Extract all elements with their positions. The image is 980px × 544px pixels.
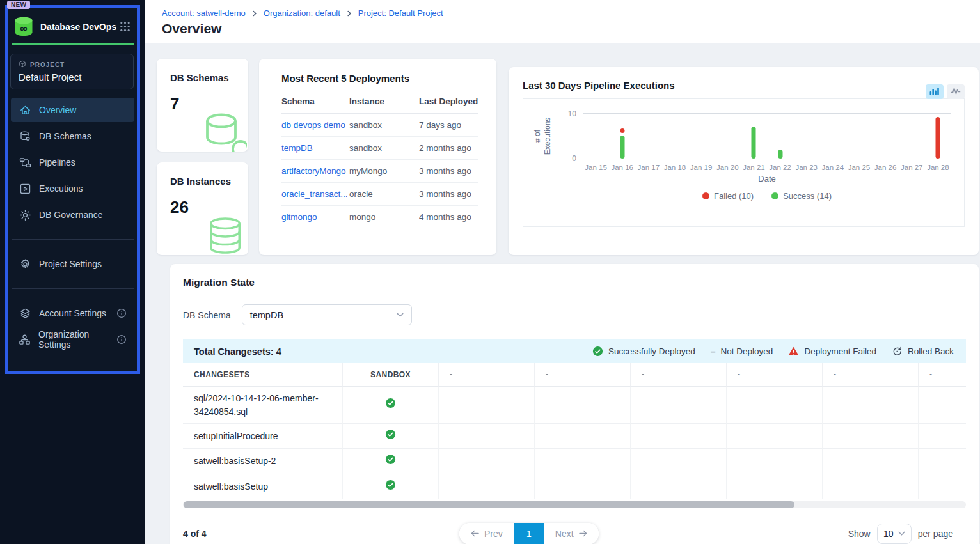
y-tick: 0 <box>572 154 576 163</box>
x-tick-label: Jan 21 <box>741 164 767 171</box>
green-divider <box>12 43 134 45</box>
warning-triangle-icon <box>788 346 799 356</box>
column-header: Last Deployed <box>419 97 478 114</box>
success-check-icon <box>385 429 396 443</box>
bar-chart-toggle[interactable] <box>926 84 944 99</box>
info-icon[interactable] <box>116 334 127 345</box>
db-schemas-icon <box>19 130 31 143</box>
prev-page-button[interactable]: Prev <box>459 523 514 544</box>
scrollbar-thumb[interactable] <box>184 501 794 508</box>
chevron-down-icon <box>898 531 905 536</box>
last-deployed-cell: 7 days ago <box>419 114 478 137</box>
db-schema-select[interactable]: tempDB <box>242 304 412 325</box>
sidebar-item-project-settings[interactable]: Project Settings <box>11 252 134 276</box>
sidebar-item-organization-settings[interactable]: Organization Settings <box>11 327 134 352</box>
content: DB Schemas 7 DB Instances 26 Most Recent… <box>145 43 980 544</box>
recent-deployments-card: Most Recent 5 Deployments Schema Instanc… <box>259 59 496 255</box>
next-page-button[interactable]: Next <box>544 523 599 544</box>
deployments-title: Most Recent 5 Deployments <box>281 73 478 84</box>
sidebar-item-pipelines[interactable]: Pipelines <box>11 150 134 175</box>
page-size-select[interactable]: 10 <box>877 524 912 544</box>
status-legend-label: Deployment Failed <box>804 346 876 356</box>
success-bar <box>752 127 756 159</box>
pagination-row: 4 of 4 Prev 1 Next Show 10 <box>183 522 966 544</box>
stat-title: DB Schemas <box>170 72 239 83</box>
main-area: Account: satwell-demoOrganization: defau… <box>145 0 980 544</box>
info-icon[interactable] <box>116 308 127 318</box>
governance-icon <box>19 208 31 221</box>
changeset-cell: setupInitialProcedure <box>183 424 343 449</box>
status-legend: Successfully Deployed–Not DeployedDeploy… <box>592 346 955 357</box>
database-stack-illustration-icon <box>203 217 247 255</box>
sidebar-item-db-schemas[interactable]: DB Schemas <box>11 124 134 148</box>
status-legend-item: Successfully Deployed <box>592 346 695 357</box>
breadcrumb-chevron-icon <box>251 10 258 17</box>
success-check-icon <box>385 479 396 493</box>
empty-status-cell <box>727 474 823 499</box>
home-icon <box>19 104 31 116</box>
app-grid-icon[interactable] <box>120 21 130 32</box>
column-header: - <box>727 363 823 387</box>
last-deployed-cell: 4 months ago <box>419 206 478 229</box>
column-header: - <box>823 363 919 387</box>
nav-divider <box>12 239 134 240</box>
sidebar-header: ∞ Database DevOps <box>8 8 137 41</box>
page-size-value: 10 <box>883 529 894 539</box>
pager: Prev 1 Next <box>459 523 599 544</box>
line-chart-toggle[interactable] <box>947 84 965 99</box>
sidebar-nav-main: OverviewDB SchemasPipelinesExecutionsDB … <box>8 98 137 227</box>
x-tick-label: Jan 23 <box>793 164 819 171</box>
last-deployed-cell: 2 months ago <box>419 137 478 160</box>
breadcrumb-link[interactable]: Organization: default <box>264 8 340 18</box>
empty-status-cell <box>535 474 631 499</box>
sidebar-item-db-governance[interactable]: DB Governance <box>11 203 134 227</box>
sidebar-item-overview[interactable]: Overview <box>11 98 134 122</box>
deployment-row: oracle_transact...oracle3 months ago <box>281 183 478 206</box>
database-illustration-icon <box>201 112 247 152</box>
stat-value: 26 <box>170 198 239 217</box>
instance-cell: myMongo <box>349 160 419 183</box>
sidebar-item-label: DB Governance <box>39 210 103 220</box>
schema-link[interactable]: tempDB <box>281 143 313 153</box>
schema-link[interactable]: artifactoryMongo <box>281 166 346 176</box>
y-tick: 10 <box>568 109 576 118</box>
sidebar-item-account-settings[interactable]: Account Settings <box>11 301 134 325</box>
legend-item-success: Success (14) <box>771 191 832 201</box>
project-name: Default Project <box>19 72 127 82</box>
column-header: Instance <box>349 97 419 114</box>
db-schema-value: tempDB <box>250 310 283 320</box>
changesets-table: CHANGESETSSANDBOX-------sql/2024-10-14-1… <box>183 363 966 499</box>
empty-status-cell <box>535 449 631 474</box>
schema-link[interactable]: db devops demo <box>281 120 345 130</box>
instance-cell: oracle <box>349 183 419 206</box>
empty-status-cell <box>439 474 535 499</box>
breadcrumb-link[interactable]: Project: Default Project <box>358 8 443 18</box>
sidebar-item-label: Project Settings <box>39 259 102 269</box>
legend-dot-icon <box>702 192 709 199</box>
success-check-icon <box>592 346 603 357</box>
sidebar-item-label: Overview <box>39 105 76 115</box>
schema-link[interactable]: oracle_transact... <box>281 189 348 199</box>
breadcrumb-link[interactable]: Account: satwell-demo <box>162 8 246 18</box>
top-header: Account: satwell-demoOrganization: defau… <box>145 0 980 43</box>
page-number-button[interactable]: 1 <box>514 523 544 544</box>
summary-row: DB Schemas 7 DB Instances 26 Most Recent… <box>157 59 980 255</box>
x-tick-label: Jan 27 <box>899 164 925 171</box>
chart-type-toggle <box>926 84 965 99</box>
instance-cell: sandbox <box>349 137 419 160</box>
dash-icon: – <box>711 346 716 357</box>
y-axis-label: # ofExecutions <box>533 118 553 155</box>
status-legend-label: Not Deployed <box>721 346 773 356</box>
sidebar-nav-secondary: Project Settings <box>8 252 137 276</box>
status-legend-label: Rolled Back <box>908 346 954 356</box>
sandbox-status-cell <box>343 449 439 474</box>
schema-link[interactable]: gitmongo <box>281 212 317 222</box>
app-logo-database-icon: ∞ <box>12 16 35 37</box>
empty-status-cell <box>919 474 966 499</box>
empty-status-cell <box>727 424 823 449</box>
project-selector[interactable]: PROJECT Default Project <box>10 54 134 89</box>
empty-status-cell <box>919 424 966 449</box>
deployments-table-body: db devops demosandbox7 days agotempDBsan… <box>281 114 478 229</box>
sidebar-item-executions[interactable]: Executions <box>11 176 134 201</box>
deployment-row: gitmongomongo4 months ago <box>281 206 478 229</box>
